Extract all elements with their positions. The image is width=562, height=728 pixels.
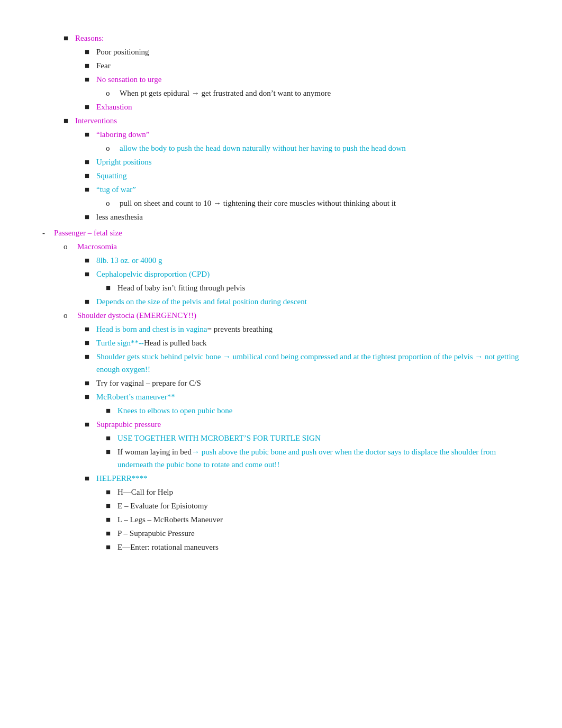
poor-positioning-text: Poor positioning: [96, 46, 520, 58]
e-enter-bullet: ■: [106, 541, 115, 553]
l-legs-item: ■ L – Legs – McRoberts Maneuver: [42, 513, 520, 526]
epidural-bullet: o: [106, 87, 117, 99]
h-help-item: ■ H—Call for Help: [42, 486, 520, 498]
l-legs-text: L – Legs – McRoberts Maneuver: [117, 513, 520, 526]
head-baby-item: ■ Head of baby isn’t fitting through pel…: [42, 281, 520, 294]
pull-sheet-bullet: o: [106, 197, 117, 210]
passenger-dash-item: - Passenger – fetal size: [42, 226, 520, 239]
less-anesthesia-item: ■ less anesthesia: [42, 211, 520, 223]
mcrobert-text: McRobert’s maneuver**: [96, 390, 520, 403]
epidural-item: o When pt gets epidural → get frustrated…: [42, 87, 520, 99]
head-baby-bullet: ■: [106, 281, 115, 294]
interventions-label: Interventions: [75, 114, 520, 127]
less-anesthesia-bullet: ■: [85, 211, 94, 223]
macrosomia-text: Macrosomia: [77, 240, 520, 253]
exhaustion-bullet: ■: [85, 101, 94, 113]
laboring-down-bullet: ■: [85, 128, 94, 141]
depends-text: Depends on the size of the pelvis and fe…: [96, 295, 520, 308]
no-sensation-text: No sensation to urge: [96, 73, 520, 86]
upright-bullet: ■: [85, 156, 94, 168]
page-content: ■ Reasons: ■ Poor positioning ■ Fear ■ N…: [42, 32, 520, 553]
exhaustion-text: Exhaustion: [96, 101, 520, 113]
head-born-bullet: ■: [85, 323, 94, 335]
tug-of-war-text: “tug of war”: [96, 183, 520, 196]
8lb-text: 8lb. 13 oz. or 4000 g: [96, 254, 520, 267]
knees-elbows-bullet: ■: [106, 404, 115, 417]
e-enter-text: E—Enter: rotational maneuvers: [117, 541, 520, 553]
l-legs-bullet: ■: [106, 513, 115, 526]
p-suprapubic-text: P – Suprapubic Pressure: [117, 527, 520, 540]
woman-laying-bullet: ■: [106, 445, 115, 458]
no-sensation-item: ■ No sensation to urge: [42, 73, 520, 86]
pull-sheet-item: o pull on sheet and count to 10 → tighte…: [42, 197, 520, 210]
interventions-bullet: ■: [64, 114, 73, 127]
depends-item: ■ Depends on the size of the pelvis and …: [42, 295, 520, 308]
e-episiotomy-text: E – Evaluate for Episiotomy: [117, 499, 520, 512]
laboring-down-item: ■ “laboring down”: [42, 128, 520, 141]
passenger-dash: -: [42, 226, 51, 239]
interventions-item: ■ Interventions: [42, 114, 520, 127]
fear-text: Fear: [96, 59, 520, 72]
e-episiotomy-item: ■ E – Evaluate for Episiotomy: [42, 499, 520, 512]
squatting-item: ■ Squatting: [42, 169, 520, 182]
shoulder-stuck-text: Shoulder gets stuck behind pelvic bone →…: [96, 350, 520, 376]
turtle-sign-text: Turtle sign**--Head is pulled back: [96, 336, 520, 349]
reasons-bullet: ■: [64, 32, 73, 44]
p-suprapubic-item: ■ P – Suprapubic Pressure: [42, 527, 520, 540]
helperr-text: HELPERR****: [96, 472, 520, 485]
tug-of-war-item: ■ “tug of war”: [42, 183, 520, 196]
use-together-item: ■ USE TOGETHER WITH MCROBERT’S FOR TURTL…: [42, 432, 520, 444]
passenger-text: Passenger – fetal size: [54, 226, 520, 239]
allow-body-bullet: o: [106, 142, 117, 154]
cpd-item: ■ Cephalopelvic disproportion (CPD): [42, 268, 520, 280]
shoulder-dystocia-item: o Shoulder dystocia (EMERGENCY!!): [42, 309, 520, 322]
use-together-text: USE TOGETHER WITH MCROBERT’S FOR TURTLE …: [117, 432, 520, 444]
no-sensation-bullet: ■: [85, 73, 94, 86]
reasons-label: Reasons:: [75, 32, 520, 44]
shoulder-dystocia-bullet: o: [64, 309, 75, 322]
squatting-text: Squatting: [96, 169, 520, 182]
interventions-section: ■ Interventions ■ “laboring down” o allo…: [42, 114, 520, 223]
woman-laying-item: ■ If woman laying in bed→ push above the…: [42, 445, 520, 471]
passenger-section: - Passenger – fetal size o Macrosomia ■ …: [42, 226, 520, 553]
pull-sheet-text: pull on sheet and count to 10 → tighteni…: [120, 197, 520, 210]
helperr-bullet: ■: [85, 472, 94, 485]
try-vaginal-text: Try for vaginal – prepare for C/S: [96, 377, 520, 389]
head-born-text: Head is born and chest is in vagina= pre…: [96, 323, 520, 335]
use-together-bullet: ■: [106, 432, 115, 444]
cpd-bullet: ■: [85, 268, 94, 280]
less-anesthesia-text: less anesthesia: [96, 211, 520, 223]
shoulder-stuck-bullet: ■: [85, 350, 94, 363]
laboring-down-text: “laboring down”: [96, 128, 520, 141]
shoulder-dystocia-text: Shoulder dystocia (EMERGENCY!!): [77, 309, 520, 322]
reasons-section: ■ Reasons: ■ Poor positioning ■ Fear ■ N…: [42, 32, 520, 113]
knees-elbows-text: Knees to elbows to open pubic bone: [117, 404, 520, 417]
turtle-sign-item: ■ Turtle sign**--Head is pulled back: [42, 336, 520, 349]
upright-text: Upright positions: [96, 156, 520, 168]
woman-laying-text: If woman laying in bed→ push above the p…: [117, 445, 520, 471]
upright-item: ■ Upright positions: [42, 156, 520, 168]
mcrobert-bullet: ■: [85, 390, 94, 403]
p-suprapubic-bullet: ■: [106, 527, 115, 540]
poor-positioning-bullet: ■: [85, 46, 94, 58]
poor-positioning-item: ■ Poor positioning: [42, 46, 520, 58]
tug-of-war-bullet: ■: [85, 183, 94, 196]
try-vaginal-bullet: ■: [85, 377, 94, 389]
head-born-item: ■ Head is born and chest is in vagina= p…: [42, 323, 520, 335]
h-help-text: H—Call for Help: [117, 486, 520, 498]
8lb-bullet: ■: [85, 254, 94, 267]
suprapubic-text: Suprapubic pressure: [96, 418, 520, 431]
macrosomia-bullet: o: [64, 240, 75, 253]
squatting-bullet: ■: [85, 169, 94, 182]
fear-bullet: ■: [85, 59, 94, 72]
fear-item: ■ Fear: [42, 59, 520, 72]
mcrobert-item: ■ McRobert’s maneuver**: [42, 390, 520, 403]
cpd-text: Cephalopelvic disproportion (CPD): [96, 268, 520, 280]
try-vaginal-item: ■ Try for vaginal – prepare for C/S: [42, 377, 520, 389]
e-enter-item: ■ E—Enter: rotational maneuvers: [42, 541, 520, 553]
epidural-text: When pt gets epidural → get frustrated a…: [120, 87, 520, 99]
helperr-item: ■ HELPERR****: [42, 472, 520, 485]
allow-body-item: o allow the body to push the head down n…: [42, 142, 520, 154]
turtle-sign-bullet: ■: [85, 336, 94, 349]
exhaustion-item: ■ Exhaustion: [42, 101, 520, 113]
